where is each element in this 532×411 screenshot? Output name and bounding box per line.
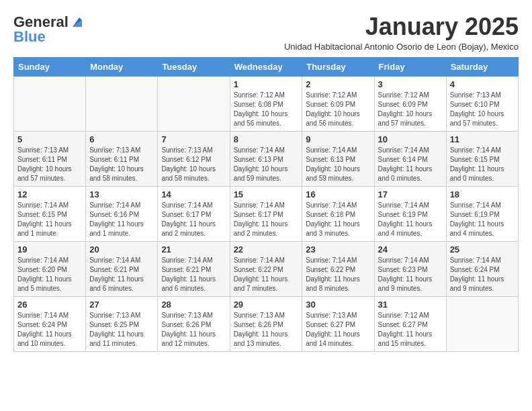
day-number: 7 bbox=[161, 134, 226, 144]
day-number: 4 bbox=[450, 79, 515, 89]
calendar-cell: 4Sunrise: 7:13 AM Sunset: 6:10 PM Daylig… bbox=[446, 76, 518, 131]
day-info: Sunrise: 7:12 AM Sunset: 6:09 PM Dayligh… bbox=[378, 91, 443, 128]
day-number: 31 bbox=[378, 300, 443, 310]
day-info: Sunrise: 7:13 AM Sunset: 6:12 PM Dayligh… bbox=[161, 146, 226, 183]
day-number: 24 bbox=[378, 244, 443, 255]
calendar-cell: 5Sunrise: 7:13 AM Sunset: 6:11 PM Daylig… bbox=[14, 131, 86, 186]
day-info: Sunrise: 7:14 AM Sunset: 6:17 PM Dayligh… bbox=[161, 201, 226, 238]
calendar-cell: 25Sunrise: 7:14 AM Sunset: 6:24 PM Dayli… bbox=[446, 241, 518, 296]
calendar-cell bbox=[446, 296, 518, 351]
calendar-cell: 14Sunrise: 7:14 AM Sunset: 6:17 PM Dayli… bbox=[158, 186, 230, 241]
calendar-week-2: 5Sunrise: 7:13 AM Sunset: 6:11 PM Daylig… bbox=[14, 131, 519, 186]
day-info: Sunrise: 7:13 AM Sunset: 6:27 PM Dayligh… bbox=[306, 311, 370, 349]
calendar-cell: 15Sunrise: 7:14 AM Sunset: 6:17 PM Dayli… bbox=[230, 186, 302, 241]
day-info: Sunrise: 7:14 AM Sunset: 6:19 PM Dayligh… bbox=[378, 201, 443, 238]
month-title: January 2025 bbox=[284, 13, 519, 40]
calendar-cell: 21Sunrise: 7:14 AM Sunset: 6:21 PM Dayli… bbox=[158, 241, 230, 296]
day-number: 29 bbox=[234, 300, 299, 310]
day-number: 27 bbox=[89, 300, 154, 310]
day-header-wednesday: Wednesday bbox=[230, 57, 302, 76]
calendar-cell: 29Sunrise: 7:13 AM Sunset: 6:26 PM Dayli… bbox=[230, 296, 302, 351]
logo-blue: Blue bbox=[13, 28, 85, 46]
day-number: 21 bbox=[161, 244, 226, 255]
day-number: 10 bbox=[378, 134, 443, 144]
day-info: Sunrise: 7:13 AM Sunset: 6:11 PM Dayligh… bbox=[89, 146, 154, 183]
day-number: 6 bbox=[89, 134, 154, 144]
day-info: Sunrise: 7:14 AM Sunset: 6:20 PM Dayligh… bbox=[17, 256, 82, 293]
calendar-week-1: 1Sunrise: 7:12 AM Sunset: 6:08 PM Daylig… bbox=[14, 76, 519, 131]
day-header-friday: Friday bbox=[374, 57, 446, 76]
day-number: 14 bbox=[161, 189, 226, 199]
day-info: Sunrise: 7:14 AM Sunset: 6:21 PM Dayligh… bbox=[89, 256, 154, 293]
day-number: 1 bbox=[234, 79, 299, 89]
day-info: Sunrise: 7:14 AM Sunset: 6:24 PM Dayligh… bbox=[17, 311, 82, 349]
day-info: Sunrise: 7:13 AM Sunset: 6:25 PM Dayligh… bbox=[89, 311, 154, 349]
calendar-cell bbox=[14, 76, 86, 131]
day-info: Sunrise: 7:14 AM Sunset: 6:19 PM Dayligh… bbox=[450, 201, 515, 238]
calendar-cell: 3Sunrise: 7:12 AM Sunset: 6:09 PM Daylig… bbox=[374, 76, 446, 131]
day-info: Sunrise: 7:14 AM Sunset: 6:21 PM Dayligh… bbox=[161, 256, 226, 293]
logo-icon bbox=[70, 15, 85, 30]
day-info: Sunrise: 7:14 AM Sunset: 6:13 PM Dayligh… bbox=[234, 146, 299, 183]
day-number: 19 bbox=[17, 244, 82, 255]
calendar-cell: 9Sunrise: 7:14 AM Sunset: 6:13 PM Daylig… bbox=[302, 131, 374, 186]
calendar-cell bbox=[158, 76, 230, 131]
calendar-cell: 23Sunrise: 7:14 AM Sunset: 6:22 PM Dayli… bbox=[302, 241, 374, 296]
day-info: Sunrise: 7:13 AM Sunset: 6:26 PM Dayligh… bbox=[234, 311, 299, 349]
day-info: Sunrise: 7:14 AM Sunset: 6:17 PM Dayligh… bbox=[234, 201, 299, 238]
day-info: Sunrise: 7:14 AM Sunset: 6:13 PM Dayligh… bbox=[306, 146, 370, 183]
day-number: 5 bbox=[17, 134, 82, 144]
title-block: January 2025 Unidad Habitacional Antonio… bbox=[284, 13, 519, 52]
calendar-cell: 16Sunrise: 7:14 AM Sunset: 6:18 PM Dayli… bbox=[302, 186, 374, 241]
calendar-cell: 24Sunrise: 7:14 AM Sunset: 6:23 PM Dayli… bbox=[374, 241, 446, 296]
day-info: Sunrise: 7:14 AM Sunset: 6:15 PM Dayligh… bbox=[17, 201, 82, 238]
day-info: Sunrise: 7:14 AM Sunset: 6:14 PM Dayligh… bbox=[378, 146, 443, 183]
day-info: Sunrise: 7:14 AM Sunset: 6:23 PM Dayligh… bbox=[378, 256, 443, 293]
day-info: Sunrise: 7:12 AM Sunset: 6:27 PM Dayligh… bbox=[378, 311, 443, 349]
calendar-cell: 27Sunrise: 7:13 AM Sunset: 6:25 PM Dayli… bbox=[86, 296, 158, 351]
day-number: 12 bbox=[17, 189, 82, 199]
day-info: Sunrise: 7:14 AM Sunset: 6:22 PM Dayligh… bbox=[234, 256, 299, 293]
subtitle: Unidad Habitacional Antonio Osorio de Le… bbox=[284, 42, 519, 52]
day-number: 13 bbox=[89, 189, 154, 199]
day-number: 30 bbox=[306, 300, 370, 310]
day-header-monday: Monday bbox=[86, 57, 158, 76]
day-header-thursday: Thursday bbox=[302, 57, 374, 76]
day-header-sunday: Sunday bbox=[14, 57, 86, 76]
calendar-cell: 8Sunrise: 7:14 AM Sunset: 6:13 PM Daylig… bbox=[230, 131, 302, 186]
day-info: Sunrise: 7:13 AM Sunset: 6:11 PM Dayligh… bbox=[17, 146, 82, 183]
day-number: 9 bbox=[306, 134, 370, 144]
page-header: General Blue January 2025 Unidad Habitac… bbox=[13, 13, 519, 52]
day-number: 15 bbox=[234, 189, 299, 199]
day-number: 20 bbox=[89, 244, 154, 255]
calendar-cell: 11Sunrise: 7:14 AM Sunset: 6:15 PM Dayli… bbox=[446, 131, 518, 186]
day-info: Sunrise: 7:12 AM Sunset: 6:08 PM Dayligh… bbox=[234, 91, 299, 128]
calendar-cell: 19Sunrise: 7:14 AM Sunset: 6:20 PM Dayli… bbox=[14, 241, 86, 296]
calendar-cell: 22Sunrise: 7:14 AM Sunset: 6:22 PM Dayli… bbox=[230, 241, 302, 296]
calendar-cell: 7Sunrise: 7:13 AM Sunset: 6:12 PM Daylig… bbox=[158, 131, 230, 186]
calendar-cell: 20Sunrise: 7:14 AM Sunset: 6:21 PM Dayli… bbox=[86, 241, 158, 296]
day-info: Sunrise: 7:14 AM Sunset: 6:24 PM Dayligh… bbox=[450, 256, 515, 293]
day-number: 22 bbox=[234, 244, 299, 255]
calendar-cell bbox=[86, 76, 158, 131]
day-info: Sunrise: 7:14 AM Sunset: 6:15 PM Dayligh… bbox=[450, 146, 515, 183]
day-header-saturday: Saturday bbox=[446, 57, 518, 76]
day-number: 17 bbox=[378, 189, 443, 199]
calendar-cell: 1Sunrise: 7:12 AM Sunset: 6:08 PM Daylig… bbox=[230, 76, 302, 131]
calendar-table: SundayMondayTuesdayWednesdayThursdayFrid… bbox=[13, 57, 519, 352]
calendar-week-4: 19Sunrise: 7:14 AM Sunset: 6:20 PM Dayli… bbox=[14, 241, 519, 296]
day-number: 23 bbox=[306, 244, 370, 255]
day-number: 25 bbox=[450, 244, 515, 255]
calendar-cell: 2Sunrise: 7:12 AM Sunset: 6:09 PM Daylig… bbox=[302, 76, 374, 131]
calendar-cell: 10Sunrise: 7:14 AM Sunset: 6:14 PM Dayli… bbox=[374, 131, 446, 186]
calendar-week-3: 12Sunrise: 7:14 AM Sunset: 6:15 PM Dayli… bbox=[14, 186, 519, 241]
logo: General Blue bbox=[13, 13, 85, 46]
day-number: 28 bbox=[161, 300, 226, 310]
day-info: Sunrise: 7:14 AM Sunset: 6:22 PM Dayligh… bbox=[306, 256, 370, 293]
calendar-cell: 30Sunrise: 7:13 AM Sunset: 6:27 PM Dayli… bbox=[302, 296, 374, 351]
day-number: 26 bbox=[17, 300, 82, 310]
calendar-cell: 17Sunrise: 7:14 AM Sunset: 6:19 PM Dayli… bbox=[374, 186, 446, 241]
day-info: Sunrise: 7:14 AM Sunset: 6:18 PM Dayligh… bbox=[306, 201, 370, 238]
day-info: Sunrise: 7:12 AM Sunset: 6:09 PM Dayligh… bbox=[306, 91, 370, 128]
calendar-cell: 26Sunrise: 7:14 AM Sunset: 6:24 PM Dayli… bbox=[14, 296, 86, 351]
